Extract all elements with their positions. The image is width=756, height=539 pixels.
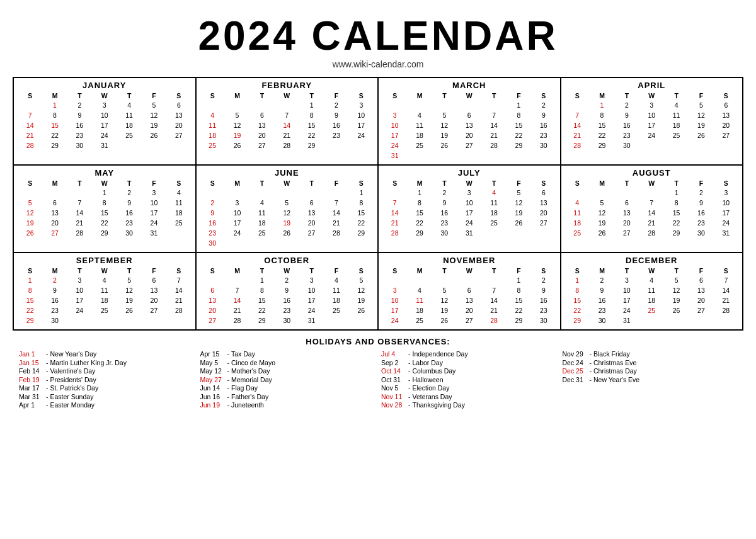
day-cell: 8 [590, 110, 614, 120]
day-header: W [92, 91, 117, 100]
day-cell: 29 [249, 315, 274, 326]
day-header: M [42, 179, 67, 188]
day-cell: 14 [382, 208, 407, 218]
day-cell: 3 [457, 188, 481, 198]
day-header: T [117, 179, 141, 188]
day-header: F [689, 266, 713, 275]
holiday-item: Apr 1-Easter Monday [19, 401, 194, 409]
day-cell-empty [481, 100, 506, 110]
day-cell: 2 [531, 275, 556, 285]
holiday-dash: - [408, 384, 411, 392]
holiday-item: Dec 31-New Year's Eve [563, 376, 738, 383]
day-cell: 15 [18, 295, 42, 305]
day-cell: 6 [249, 110, 274, 120]
day-cell: 7 [166, 275, 191, 285]
day-cell: 16 [590, 295, 614, 305]
month-block: JULYSMTWTFS12345678910111213141516171819… [378, 165, 561, 252]
day-cell: 7 [225, 285, 249, 295]
day-cell: 15 [590, 120, 614, 130]
day-cell: 18 [565, 218, 590, 228]
month-block: JUNESMTWTFS12345678910111213141516171819… [196, 165, 379, 252]
holiday-item: Nov 5-Election Day [381, 384, 556, 392]
day-cell: 4 [565, 198, 590, 208]
holiday-name: Tax Day [231, 350, 255, 358]
day-cell-empty [432, 275, 457, 285]
day-cell: 25 [92, 305, 117, 315]
day-cell: 12 [590, 208, 614, 218]
day-header: F [507, 91, 531, 100]
day-cell: 23 [531, 130, 556, 140]
holiday-dash: - [46, 376, 49, 383]
month-block: MAYSMTWTFS123456789101112131415161718192… [13, 165, 196, 252]
day-cell: 14 [324, 208, 348, 218]
day-header: T [432, 266, 457, 275]
holiday-date: Jun 19 [200, 401, 226, 409]
holidays-grid: Jan 1-New Year's DayJan 15-Martin Luther… [19, 350, 737, 410]
holiday-dash: - [46, 367, 49, 375]
day-cell: 8 [249, 285, 274, 295]
day-header: W [639, 179, 664, 188]
day-cell-empty [200, 275, 225, 285]
month-name: JANUARY [18, 81, 192, 90]
day-cell: 8 [349, 198, 374, 208]
day-cell: 14 [67, 208, 92, 218]
day-cell: 17 [142, 208, 166, 218]
day-cell-empty [639, 188, 664, 198]
day-header: S [166, 91, 191, 100]
day-cell: 22 [299, 130, 324, 140]
day-cell: 19 [275, 218, 299, 228]
day-cell: 27 [531, 218, 556, 228]
day-header: W [457, 179, 481, 188]
day-cell: 25 [249, 228, 274, 238]
holiday-date: Apr 15 [200, 350, 226, 358]
day-cell: 22 [507, 130, 531, 140]
day-cell: 4 [407, 285, 432, 295]
day-cell: 16 [432, 208, 457, 218]
day-header: F [142, 179, 166, 188]
holiday-item: May 12-Mother's Day [200, 367, 375, 375]
day-cell: 8 [299, 110, 324, 120]
holiday-name: Election Day [413, 384, 450, 392]
day-cell: 10 [92, 110, 117, 120]
day-cell: 21 [714, 295, 738, 305]
day-cell: 24 [349, 130, 374, 140]
day-cell: 30 [689, 228, 713, 238]
day-cell-empty [275, 188, 299, 198]
day-cell: 2 [531, 100, 556, 110]
day-cell: 27 [42, 228, 67, 238]
day-cell: 21 [382, 218, 407, 228]
day-cell: 23 [275, 305, 299, 315]
day-cell-empty [614, 188, 639, 198]
day-cell: 1 [664, 188, 689, 198]
day-cell: 29 [42, 140, 67, 150]
day-cell: 3 [714, 188, 738, 198]
day-header: M [590, 266, 614, 275]
day-cell: 20 [166, 120, 191, 130]
day-cell: 29 [18, 315, 42, 326]
holiday-date: Nov 29 [563, 350, 588, 358]
holiday-date: Jan 15 [19, 359, 44, 366]
day-header: F [142, 266, 166, 275]
day-header: M [225, 179, 249, 188]
day-cell: 23 [432, 218, 457, 228]
holiday-name: Valentine's Day [50, 367, 96, 375]
day-cell: 7 [481, 285, 506, 295]
day-header: S [18, 179, 42, 188]
day-header: T [614, 179, 639, 188]
holiday-item: Oct 31-Halloween [381, 376, 556, 383]
day-cell: 9 [42, 285, 67, 295]
day-cell: 16 [67, 120, 92, 130]
holiday-name: Easter Monday [50, 401, 95, 409]
day-cell: 7 [18, 110, 42, 120]
day-cell: 23 [614, 130, 639, 140]
day-cell: 7 [714, 275, 738, 285]
day-cell: 20 [299, 218, 324, 228]
day-cell: 18 [664, 120, 689, 130]
holiday-date: Sep 2 [381, 359, 406, 366]
day-header: W [275, 91, 299, 100]
day-cell: 28 [481, 315, 506, 326]
holidays-section: HOLIDAYS AND OBSERVANCES: Jan 1-New Year… [13, 337, 743, 410]
holiday-item: Jan 15-Martin Luther King Jr. Day [19, 359, 194, 366]
day-cell: 7 [67, 198, 92, 208]
day-cell: 9 [689, 198, 713, 208]
